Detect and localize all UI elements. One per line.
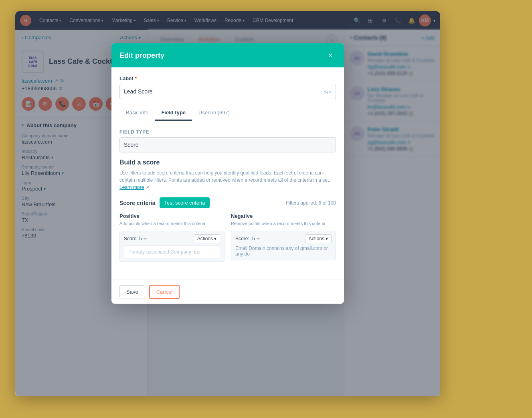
modal-overlay[interactable]: Edit property × Label * Lead Score </> B… [15,11,440,396]
score-criteria-label: Score criteria [119,200,156,206]
build-score-section: Build a score Use filters to add score c… [119,159,336,265]
required-indicator: * [135,75,137,81]
positive-criteria-text[interactable]: Primary associated Company has [124,246,220,258]
modal-body: Label * Lead Score </> Basic info Field … [111,67,344,280]
filters-applied-label: Filters applied: 6 of 100 [286,200,336,206]
positive-title: Positive [119,213,225,219]
learn-more-link[interactable]: Learn more [119,185,144,190]
test-score-button[interactable]: Test score criteria [160,197,210,208]
score-criteria-header: Score criteria Test score criteria Filte… [119,197,336,208]
browser-window: H Contacts ▾ Conversations ▾ Marketing ▾… [15,11,440,396]
negative-score-actions-button[interactable]: Actions ▾ [305,234,332,243]
positive-score-item-header: Score: 5 ✏ Actions ▾ [124,234,220,243]
positive-score-edit-icon[interactable]: ✏ [144,236,147,241]
cancel-button[interactable]: Cancel [149,285,180,299]
modal-tabs: Basic info Field type Used in (697) [119,106,336,121]
positive-score-actions-button[interactable]: Actions ▾ [194,234,220,243]
build-score-title: Build a score [119,159,336,166]
negative-score-edit-icon[interactable]: ✏ [257,236,260,241]
modal-tab-field-type[interactable]: Field type [155,106,192,121]
label-field-label: Label * [119,75,336,81]
modal-tab-used-in[interactable]: Used in (697) [192,106,236,121]
field-type-value: Score [119,137,336,152]
external-link-icon-modal: ↗ [146,185,150,190]
positive-score-item: Score: 5 ✏ Actions ▾ Primary associated … [119,231,225,262]
modal-close-button[interactable]: × [325,50,336,61]
positive-actions-chevron-icon: ▾ [214,236,216,241]
score-criteria-left: Score criteria Test score criteria [119,197,210,208]
modal-tab-basic-info[interactable]: Basic info [119,106,155,121]
negative-score-badge: Score: -5 ✏ [235,236,260,241]
positive-description: Add points when a record meets this crit… [119,221,225,227]
modal-title: Edit property [119,51,164,60]
modal-footer: Save Cancel [111,280,344,304]
negative-score-item: Score: -5 ✏ Actions ▾ Email Domain conta… [231,231,336,260]
field-type-label: Field type [119,129,336,135]
negative-column: Negative Remove points when a record mee… [231,213,336,265]
positive-column: Positive Add points when a record meets … [119,213,225,265]
negative-criteria-text: Email Domain contains any of gmail.com o… [235,246,332,257]
label-input[interactable]: Lead Score </> [119,84,336,99]
negative-description: Remove points when a record meets this c… [231,221,336,227]
save-button[interactable]: Save [119,285,145,298]
code-editor-button[interactable]: </> [324,89,332,95]
modal-header: Edit property × [111,43,344,67]
label-form-group: Label * Lead Score </> [119,75,336,99]
positive-score-badge: Score: 5 ✏ [124,236,147,241]
field-type-section: Field type Score [119,129,336,152]
negative-score-item-header: Score: -5 ✏ Actions ▾ [235,234,332,243]
build-score-description: Use filters to add score criteria that c… [119,169,336,191]
negative-actions-chevron-icon: ▾ [326,236,328,241]
pos-neg-grid: Positive Add points when a record meets … [119,213,336,265]
edit-property-modal: Edit property × Label * Lead Score </> B… [111,43,344,304]
negative-title: Negative [231,213,336,219]
